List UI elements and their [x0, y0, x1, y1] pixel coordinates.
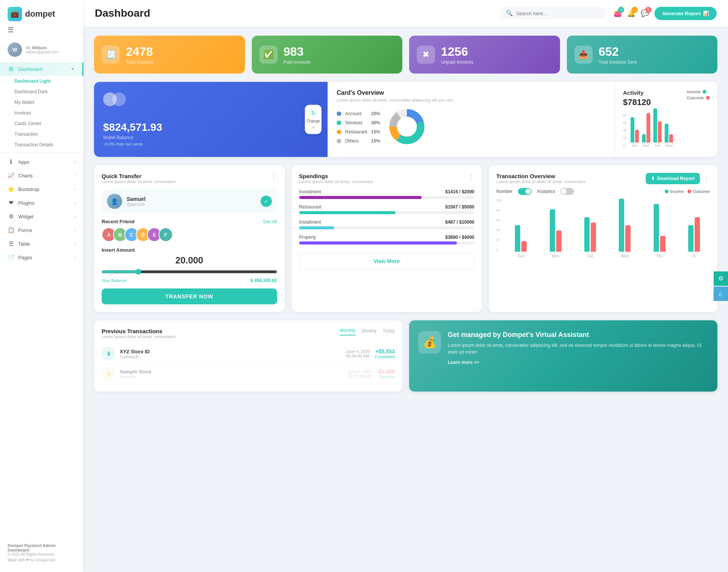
nav-divider [0, 152, 83, 153]
sidebar-item-forms[interactable]: 📋 Forms › [0, 223, 83, 237]
sidebar-item-dashboard[interactable]: ⊞ Dashboard ▼ [0, 62, 83, 76]
activity-amount: $78120 [623, 97, 651, 107]
search-icon: 🔍 [506, 10, 513, 17]
bar-group-trans-tue [574, 217, 606, 252]
change-button[interactable]: ↻ Change ▾ [305, 105, 322, 134]
quick-transfer-sub: Lorem ipsum dolor sit amet, consectetur [102, 179, 176, 184]
generate-report-button[interactable]: Generate Report 📊 [654, 7, 717, 20]
bell-icon-badge[interactable]: 🔔 12 [627, 9, 635, 17]
wallet-card: $824,571.93 Wallet Balance +0,8% than la… [94, 82, 328, 157]
trans-overview-menu[interactable]: ⋮ [703, 174, 710, 183]
quick-transfer-title: Quick Transfer [102, 173, 176, 179]
trans-icon: ⬇ [102, 347, 115, 360]
total-invoices-icon: 🧾 [102, 45, 120, 64]
card-circle-2 [112, 92, 126, 106]
amount-slider[interactable] [102, 269, 277, 275]
income-legend: Income [687, 89, 710, 94]
outcome-dot [706, 96, 710, 100]
sidebar-sub-transaction-details[interactable]: Transaction Details [14, 139, 83, 150]
bar-group-mon: Mon [642, 113, 650, 147]
quick-transfer-menu[interactable]: ⋮ [270, 173, 277, 181]
sent-invoices-number: 652 [599, 45, 637, 59]
tab-today[interactable]: Today [383, 328, 395, 335]
investment-bar [299, 196, 422, 199]
pages-icon: 📄 [8, 254, 14, 261]
search-box[interactable]: 🔍 [500, 7, 606, 19]
sidebar-item-apps[interactable]: ℹ Apps › [0, 155, 83, 169]
va-icon: 💰 [418, 331, 441, 354]
bar-wed-income [665, 124, 668, 143]
transfer-now-button[interactable]: TRANSFER NOW [102, 288, 277, 304]
sidebar-sub-dashboard-light[interactable]: Dashboard Light [14, 76, 83, 86]
outcome-legend: Outcome [687, 96, 710, 100]
dashboard-label: Dashboard [18, 66, 42, 72]
widget-label: Widget [18, 214, 33, 219]
bar-group-tue: Tue [653, 108, 662, 147]
search-input[interactable] [516, 11, 600, 16]
trans-big-chart: 100 80 60 40 20 0 [496, 199, 710, 258]
change-label: Change [306, 119, 320, 123]
label-mon: Mon [643, 144, 650, 147]
sidebar-sub-invoices[interactable]: Invoices [14, 108, 83, 118]
trans-name-2: Sample Store [120, 369, 344, 375]
sidebar-item-plugins[interactable]: ❤ Plugins › [0, 196, 83, 210]
spendings-menu[interactable]: ⋮ [468, 173, 474, 181]
hamburger-icon[interactable]: ☰ [0, 26, 83, 39]
tab-monthly[interactable]: Monthly [340, 328, 356, 335]
insert-amount-label: Insert Amount [102, 247, 277, 253]
outcome-dot-trans [687, 190, 691, 193]
others-dot [337, 139, 341, 143]
bar-tue-outcome [658, 121, 662, 143]
chat-icon-badge[interactable]: 💬 5 [641, 9, 649, 17]
trans-amount-2: -$1,200 [377, 368, 395, 375]
breakdown-list: Account 20% Services 40% Restaurant [337, 111, 380, 144]
breakdown-row-account: Account 20% [337, 111, 380, 116]
trans-tue-outcome [591, 223, 596, 252]
va-learn-more-link[interactable]: Learn more >> [448, 360, 479, 365]
side-settings-button[interactable]: ⚙ [714, 271, 728, 286]
stat-card-sent-invoices: 📤 652 Total Invoices Sent [567, 36, 718, 74]
bar-wed-outcome [669, 134, 673, 143]
greeting: Hi, William [26, 45, 58, 50]
sidebar-item-widget[interactable]: ⚙ Widget › [0, 210, 83, 223]
virtual-assistant-card: 💰 Get managed by Dompet's Virtual Assist… [409, 320, 717, 392]
see-all-link[interactable]: See All [263, 219, 277, 224]
transfer-user: 👤 Samuel @iam224 ✓ [102, 189, 277, 213]
side-water-button[interactable]: 💧 [714, 287, 728, 301]
analytics-toggle-label: Analytics [537, 189, 555, 194]
others-pct: 15% [371, 138, 380, 144]
chart-bar-icon: 📊 [703, 11, 709, 16]
friend-avatar-6[interactable]: F [158, 227, 173, 242]
wallet-icon-badge[interactable]: 👛 2 [613, 9, 622, 17]
sidebar-footer: Dompet Payment Admin Dashboard © 2021 Al… [0, 537, 83, 564]
label-sun: Sun [632, 144, 638, 147]
sidebar-sub-transaction[interactable]: Transaction [14, 129, 83, 139]
sidebar-sub-cards-center[interactable]: Cards Center [14, 118, 83, 129]
tab-weekly[interactable]: Weekly [362, 328, 377, 335]
donut-svg [388, 108, 426, 146]
trans-bars-wrap: Sun Mon Tue Wed Thu Fri [505, 199, 710, 258]
restaurant-bar [299, 211, 395, 214]
tabs-row: Monthly Weekly Today [340, 328, 395, 335]
transfer-user-handle: @iam224 [127, 202, 146, 207]
sidebar-item-charts[interactable]: 📈 Charts › [0, 169, 83, 182]
sidebar-item-bootstrap[interactable]: ⭐ Bootstrap › [0, 182, 83, 196]
sidebar-sub-my-wallet[interactable]: My Wallet [14, 97, 83, 108]
sidebar-sub-dashboard-dark[interactable]: Dashboard Dark [14, 86, 83, 97]
income-label: Income [687, 89, 700, 94]
download-report-button[interactable]: ⬇ Download Report [646, 173, 700, 184]
number-toggle[interactable] [518, 188, 532, 195]
refresh-icon: ↻ [311, 110, 316, 117]
footer-made-with: Made with ❤ by DesignZone [8, 558, 76, 562]
sidebar-item-table[interactable]: ☰ Table › [0, 237, 83, 251]
sidebar-item-pages[interactable]: 📄 Pages › [0, 251, 83, 264]
trans-status-2: Pending [377, 375, 395, 379]
table-label: Table [18, 241, 30, 247]
prev-trans-sub: Lorem ipsum dolor sit amet, consectetur [102, 334, 176, 339]
analytics-toggle[interactable] [560, 188, 574, 195]
table-arrow: › [74, 241, 76, 246]
trans-type-2: Payment [120, 375, 344, 379]
bar-group-trans-mon [540, 209, 571, 252]
view-more-button[interactable]: View More [299, 253, 475, 270]
breakdown-row-others: Others 15% [337, 138, 380, 144]
